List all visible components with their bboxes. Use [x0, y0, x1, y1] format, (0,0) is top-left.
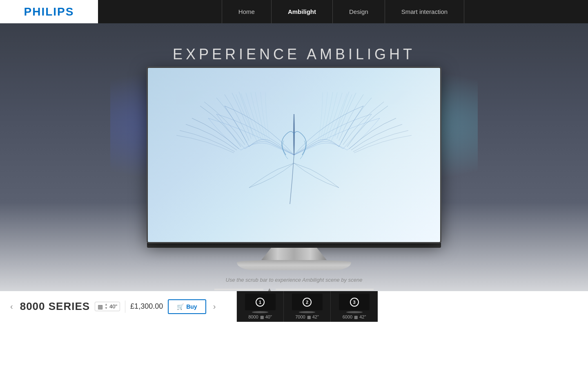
cart-icon: 🛒 [177, 303, 184, 310]
thumb-size-icon-2: ▩ [307, 315, 311, 319]
thumb-base-2 [299, 311, 315, 313]
size-arrows: ▲ ▼ [105, 303, 108, 310]
thumb-size-2: 42" [312, 314, 319, 319]
nav-home[interactable]: Home [222, 0, 272, 23]
thumb-number-2: 2 [303, 298, 312, 307]
series-name: 8000 SERIES [20, 300, 90, 313]
main-content: EXPERIENCE AMBILIGHT [0, 23, 588, 322]
thumb-screen-3: 3 [339, 294, 370, 310]
philips-logo: PHILIPS [24, 5, 74, 18]
screen-size-control[interactable]: ▩ ▲ ▼ 40" [95, 302, 120, 311]
price: £1,300.00 [130, 302, 163, 311]
thumb-base-1 [252, 311, 268, 313]
thumb-number-3: 3 [350, 298, 359, 307]
nav-ambilight[interactable]: Ambilight [272, 0, 333, 23]
size-value: 40" [109, 303, 117, 310]
nav-design[interactable]: Design [333, 0, 385, 23]
thumb-series-3: 6000 [343, 314, 352, 319]
bottom-bar: ‹ 8000 SERIES ▩ ▲ ▼ 40" £1,300.00 🛒 Buy … [0, 291, 588, 322]
thumb-screen-2: 2 [292, 294, 323, 310]
scrub-segment-3[interactable] [325, 289, 374, 290]
thumb-size-1: 40" [265, 314, 272, 319]
scrub-segment-1[interactable] [214, 289, 263, 290]
tv-stand-neck [261, 248, 327, 260]
tv-screen [148, 68, 440, 242]
thumb-number-1: 1 [256, 298, 265, 307]
prev-arrow[interactable]: ‹ [8, 300, 15, 313]
next-arrow[interactable]: › [211, 300, 218, 313]
buy-label: Buy [186, 303, 197, 310]
thumb-size-icon-1: ▩ [260, 315, 264, 319]
thumb-3[interactable]: 3 6000 ▩ 42" [331, 291, 378, 322]
thumb-series-2: 7000 [295, 314, 305, 319]
tv-stand-base [237, 260, 351, 270]
thumb-size-3: 42" [359, 314, 366, 319]
thumb-size-icon-3: ▩ [354, 315, 358, 319]
tv-screen-wrapper [147, 67, 441, 243]
thumb-base-3 [346, 311, 363, 313]
tv-thumbnails: 1 8000 ▩ 40" 2 7000 ▩ 42" [237, 291, 588, 322]
scrub-text: Use the scrub bar to experience Ambiligh… [226, 277, 363, 283]
thumb-1[interactable]: 1 8000 ▩ 40" [237, 291, 284, 322]
main-nav: Home Ambilight Design Smart interaction [98, 0, 588, 23]
thumb-screen-1: 1 [245, 294, 276, 310]
thumb-series-1: 8000 [248, 314, 258, 319]
screen-artwork [159, 73, 429, 237]
size-up-arrow[interactable]: ▲ [105, 303, 108, 306]
screen-icon: ▩ [98, 303, 103, 310]
series-nav: ‹ 8000 SERIES ▩ ▲ ▼ 40" £1,300.00 🛒 Buy … [0, 291, 237, 322]
thumb-info-3: 6000 ▩ 42" [343, 314, 366, 319]
thumb-2[interactable]: 2 7000 ▩ 42" [284, 291, 331, 322]
tv-bezel-bottom [147, 243, 441, 248]
logo-container: PHILIPS [0, 0, 98, 23]
nav-smart-interaction[interactable]: Smart interaction [385, 0, 464, 23]
header: PHILIPS Home Ambilight Design Smart inte… [0, 0, 588, 23]
size-down-arrow[interactable]: ▼ [105, 307, 108, 310]
tv-container [147, 67, 441, 270]
screen-art [148, 68, 440, 242]
buy-button[interactable]: 🛒 Buy [168, 299, 206, 314]
divider [125, 301, 125, 313]
scrub-segment-2[interactable] [276, 289, 325, 290]
thumb-info-2: 7000 ▩ 42" [295, 314, 319, 319]
page-title: EXPERIENCE AMBILIGHT [173, 46, 415, 63]
thumb-info-1: 8000 ▩ 40" [248, 314, 272, 319]
